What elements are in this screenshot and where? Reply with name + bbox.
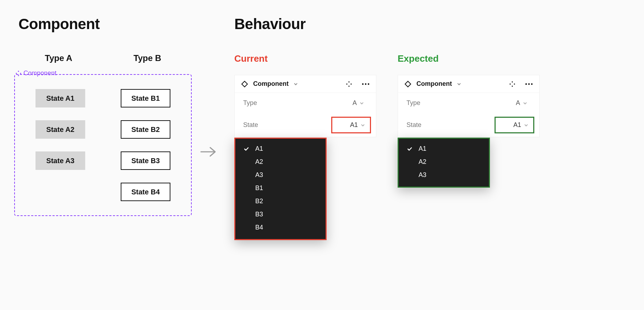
expected-state-value[interactable]: A1 bbox=[495, 117, 534, 133]
dropdown-item-label: A1 bbox=[255, 145, 263, 153]
chevron-down-icon bbox=[524, 123, 528, 127]
dropdown-item-label: A2 bbox=[419, 158, 426, 166]
chevron-down-icon bbox=[361, 123, 365, 127]
dropdown-item-label: A1 bbox=[419, 145, 426, 153]
current-dropdown[interactable]: A1A2A3B1B2B3B4 bbox=[234, 138, 327, 240]
expected-dropdown[interactable]: A1A2A3 bbox=[398, 138, 490, 188]
expected-type-row: Type A bbox=[398, 93, 539, 113]
dropdown-item[interactable]: A1 bbox=[235, 142, 326, 155]
svg-point-5 bbox=[528, 83, 530, 84]
arrow-icon bbox=[200, 145, 217, 159]
type-a-header: Type A bbox=[14, 53, 103, 63]
current-type-row: Type A bbox=[235, 93, 376, 113]
dropdown-item[interactable]: A3 bbox=[399, 168, 489, 182]
behaviour-area: Current Component Type bbox=[234, 53, 540, 137]
column-a: State A1 State A2 State A3 bbox=[25, 89, 96, 201]
expected-type-value-text: A bbox=[516, 99, 520, 107]
current-panel: Component Type A Stat bbox=[234, 75, 376, 137]
dropdown-item[interactable]: B2 bbox=[235, 195, 326, 208]
column-b: State B1 State B2 State B3 State B4 bbox=[110, 89, 181, 201]
current-type-value-text: A bbox=[353, 99, 357, 107]
current-panel-title[interactable]: Component bbox=[253, 80, 289, 88]
instance-icon bbox=[241, 81, 248, 88]
state-label: State bbox=[406, 121, 421, 129]
current-state-value[interactable]: A1 bbox=[331, 117, 371, 133]
component-set-label: Component bbox=[16, 70, 192, 77]
current-panel-header: Component bbox=[235, 75, 376, 93]
dropdown-item-label: A2 bbox=[255, 158, 263, 166]
expected-state-row: State A1 bbox=[398, 113, 539, 137]
state-box-b2: State B2 bbox=[121, 120, 170, 139]
type-headers: Type A Type B bbox=[14, 53, 192, 63]
chevron-down-icon bbox=[360, 101, 364, 105]
expected-state-value-text: A1 bbox=[513, 121, 521, 129]
dropdown-item-label: B3 bbox=[255, 211, 263, 218]
component-set-box: State A1 State A2 State A3 State B1 Stat… bbox=[14, 74, 192, 216]
dropdown-item-label: B4 bbox=[255, 224, 263, 231]
expected-type-value[interactable]: A bbox=[512, 97, 531, 109]
current-column: Current Component Type bbox=[234, 53, 376, 137]
state-box-b4: State B4 bbox=[121, 183, 170, 201]
component-set-area: Type A Type B Component State A1 State A… bbox=[14, 53, 192, 216]
svg-point-6 bbox=[531, 83, 533, 84]
svg-point-3 bbox=[368, 83, 369, 84]
component-set-icon bbox=[16, 71, 21, 76]
current-type-value[interactable]: A bbox=[349, 97, 367, 109]
expected-column: Expected Component Type bbox=[398, 53, 540, 137]
type-label: Type bbox=[406, 99, 420, 107]
instance-icon bbox=[404, 81, 411, 88]
component-props-icon[interactable] bbox=[346, 81, 352, 87]
dropdown-item[interactable]: A2 bbox=[399, 155, 489, 168]
chevron-down-icon[interactable] bbox=[294, 82, 298, 86]
more-icon[interactable] bbox=[362, 83, 370, 85]
state-box-a1: State A1 bbox=[36, 89, 85, 107]
more-icon[interactable] bbox=[525, 83, 533, 85]
component-set-label-text: Component bbox=[23, 70, 56, 77]
dropdown-item[interactable]: A1 bbox=[399, 142, 489, 155]
current-state-value-text: A1 bbox=[350, 121, 358, 129]
current-state-row: State A1 bbox=[235, 113, 376, 137]
svg-point-2 bbox=[365, 83, 366, 84]
chevron-down-icon[interactable] bbox=[457, 82, 461, 86]
dropdown-item-label: A3 bbox=[255, 171, 263, 179]
dropdown-item[interactable]: A2 bbox=[235, 155, 326, 168]
dropdown-item[interactable]: A3 bbox=[235, 168, 326, 182]
dropdown-item[interactable]: B1 bbox=[235, 182, 326, 195]
state-label: State bbox=[243, 121, 258, 129]
state-box-a3: State A3 bbox=[36, 151, 85, 170]
state-box-a2: State A2 bbox=[36, 120, 85, 139]
expected-panel: Component Type A Stat bbox=[398, 75, 540, 137]
dropdown-item[interactable]: B4 bbox=[235, 221, 326, 234]
state-box-b3: State B3 bbox=[121, 151, 170, 170]
type-b-header: Type B bbox=[103, 53, 192, 63]
dropdown-item-label: A3 bbox=[419, 171, 426, 179]
dropdown-item-label: B2 bbox=[255, 198, 263, 205]
dropdown-item-label: B1 bbox=[255, 184, 263, 192]
expected-label: Expected bbox=[398, 53, 540, 64]
current-label: Current bbox=[234, 53, 376, 64]
check-icon bbox=[243, 146, 250, 151]
dropdown-item[interactable]: B3 bbox=[235, 208, 326, 221]
heading-component: Component bbox=[18, 16, 100, 33]
chevron-down-icon bbox=[523, 101, 527, 105]
heading-behaviour: Behaviour bbox=[234, 16, 306, 33]
component-props-icon[interactable] bbox=[509, 81, 515, 87]
state-box-b1: State B1 bbox=[121, 89, 170, 107]
type-label: Type bbox=[243, 99, 257, 107]
svg-point-1 bbox=[362, 83, 364, 84]
svg-point-4 bbox=[525, 83, 527, 84]
expected-panel-title[interactable]: Component bbox=[416, 80, 452, 88]
check-icon bbox=[406, 146, 413, 151]
expected-panel-header: Component bbox=[398, 75, 539, 93]
